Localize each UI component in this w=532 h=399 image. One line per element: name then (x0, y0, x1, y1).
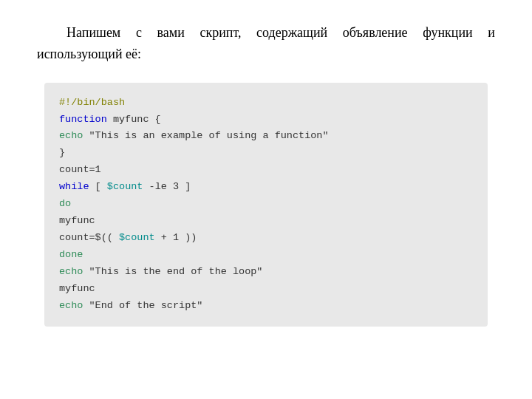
closing-brace: } (59, 147, 65, 158)
keyword-while: while (59, 181, 89, 192)
var-count-2: $count (119, 232, 155, 243)
while-condition: -le 3 ] (143, 181, 191, 192)
code-line-8: myfunc (59, 213, 473, 230)
code-line-9: count=$(( $count + 1 )) (59, 230, 473, 247)
count-assign: count=1 (59, 164, 101, 175)
code-line-3: echo "This is an example of using a func… (59, 128, 473, 145)
count-increment-open: count=$(( (59, 232, 119, 243)
code-line-7: do (59, 196, 473, 213)
code-line-6: while [ $count -le 3 ] (59, 179, 473, 196)
keyword-done: done (59, 249, 83, 260)
keyword-do: do (59, 198, 71, 209)
echo-arg-3: "End of the script" (83, 300, 202, 311)
while-bracket-open: [ (89, 181, 107, 192)
call-myfunc-2: myfunc (59, 283, 95, 294)
intro-paragraph: Напишем с вами скрипт, содержащий объявл… (37, 22, 495, 65)
count-increment-close: + 1 )) (155, 232, 197, 243)
code-line-11: echo "This is the end of the loop" (59, 264, 473, 281)
var-count-1: $count (107, 181, 143, 192)
page: Напишем с вами скрипт, содержащий объявл… (0, 0, 532, 399)
code-block: #!/bin/bash function myfunc { echo "This… (44, 83, 488, 327)
code-line-1: #!/bin/bash (59, 95, 473, 112)
code-line-12: myfunc (59, 281, 473, 298)
echo-arg-1: "This is an example of using a function" (83, 130, 328, 141)
keyword-function: function (59, 114, 107, 125)
echo-arg-2: "This is the end of the loop" (83, 266, 262, 277)
cmd-echo-1: echo (59, 130, 83, 141)
shebang: #!/bin/bash (59, 97, 125, 108)
cmd-echo-2: echo (59, 266, 83, 277)
code-line-13: echo "End of the script" (59, 298, 473, 315)
code-line-5: count=1 (59, 162, 473, 179)
cmd-echo-3: echo (59, 300, 83, 311)
func-name: myfunc { (107, 114, 161, 125)
call-myfunc-1: myfunc (59, 215, 95, 226)
code-line-2: function myfunc { (59, 112, 473, 129)
code-line-4: } (59, 145, 473, 162)
code-line-10: done (59, 247, 473, 264)
